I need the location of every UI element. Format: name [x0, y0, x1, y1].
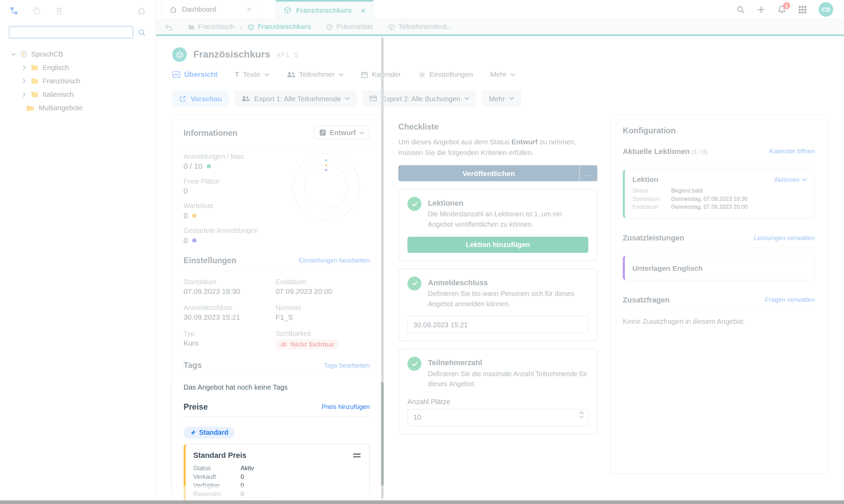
bottom-edge	[0, 500, 844, 504]
sidebar: SprachCB Englisch Französisch	[0, 0, 156, 504]
tree-view-icon[interactable]	[10, 7, 18, 15]
chevron-down-icon	[359, 131, 364, 134]
tags-bearbeiten-link[interactable]: Tags bearbeiten	[324, 361, 370, 369]
sidebar-search-input[interactable]	[9, 26, 133, 39]
field-startdatum: Startdatum 07.09.2023 18:30	[184, 278, 276, 295]
checklist-item-lektionen: Lektionen Die Mindestanzahl an Lektionen…	[398, 189, 598, 261]
lektion-row-enddatum: Enddatum Donnerstag, 07.09.2023 20:00	[632, 203, 807, 210]
notification-badge: 1	[783, 2, 790, 9]
breadcrumb-item-franzoesischkurs[interactable]: Französischkurs	[247, 23, 311, 31]
plus-icon[interactable]	[757, 5, 765, 14]
einstellungen-bearbeiten-link[interactable]: Einstellungen bearbeiten	[299, 256, 370, 264]
notifications-bell-icon[interactable]: 1	[777, 5, 786, 14]
chevron-right-icon[interactable]	[21, 92, 27, 97]
tab-teilnehmer[interactable]: Teilnehmer	[286, 71, 343, 79]
row-label: Verfügbar	[193, 482, 241, 488]
tab-uebersicht[interactable]: Übersicht	[172, 71, 218, 79]
home-icon[interactable]	[137, 7, 146, 15]
standard-price-badge[interactable]: Standard	[184, 427, 235, 439]
divider	[184, 416, 370, 417]
status-dropdown[interactable]: Entwurf	[314, 126, 370, 139]
tab-label: Mehr	[490, 71, 507, 79]
preis-hinzufuegen-link[interactable]: Preis hinzufügen	[322, 403, 370, 410]
chevron-down-icon	[509, 97, 514, 100]
copy-icon[interactable]	[32, 7, 41, 15]
publish-more-button[interactable]: ...	[579, 165, 597, 182]
tab-kalender[interactable]: Kalender	[360, 71, 401, 79]
vertical-scrollbar[interactable]	[381, 37, 384, 499]
anzahl-plaetze-input[interactable]	[407, 409, 588, 426]
row-value: Donnerstag, 07.09.2023 20:00	[671, 203, 748, 210]
close-icon[interactable]: ×	[361, 6, 366, 14]
chevron-right-icon[interactable]	[21, 65, 27, 70]
zusatzleistung-card[interactable]: Unterlagen Englisch	[623, 256, 815, 280]
vorschau-button[interactable]: Vorschau	[172, 90, 229, 106]
undo-icon[interactable]	[165, 23, 173, 30]
field-nummer: Nummer F1_S	[276, 304, 370, 321]
tree-item-label: Multiangebote	[39, 104, 83, 112]
cube-icon	[284, 7, 291, 14]
fragen-verwalten-link[interactable]: Fragen verwalten	[765, 296, 815, 304]
field-label: Nummer	[276, 304, 370, 311]
divider	[184, 270, 370, 271]
leistungen-verwalten-link[interactable]: Leistungen verwalten	[754, 234, 815, 241]
tree-item-franzoesisch[interactable]: Französisch	[0, 74, 155, 88]
export1-button[interactable]: Export 1: Alle Teilnehmende	[234, 90, 357, 106]
search-icon[interactable]	[736, 5, 745, 14]
row-value: Donnerstag, 07.09.2023 18:30	[671, 195, 748, 202]
content-columns: Informationen Entwurf	[156, 115, 844, 501]
number-stepper[interactable]	[579, 411, 584, 419]
checkliste-intro: Um dieses Angebot aus dem Status Entwurf…	[398, 137, 598, 158]
breadcrumb-item-teilnehmendenliste[interactable]: Teilnehmendenli...	[388, 23, 452, 31]
lektion-hinzufuegen-button[interactable]: Lektion hinzufügen	[407, 237, 588, 253]
kalender-oeffnen-link[interactable]: Kalender öffnen	[770, 147, 815, 155]
button-label: Vorschau	[191, 94, 222, 102]
chevron-right-icon[interactable]	[21, 79, 27, 83]
home-icon	[170, 6, 177, 13]
veroeffentlichen-button[interactable]: Veröffentlichen	[398, 165, 579, 182]
folder-icon	[31, 64, 39, 71]
stat-gestartete-anmeldungen: Gestartete Anmeldungen 0	[184, 227, 370, 245]
field-value: Kurs	[184, 339, 276, 347]
trash-icon[interactable]	[55, 7, 63, 15]
export2-button[interactable]: Export 2: Alle Buchungen	[362, 90, 476, 106]
item-title: Teilnehmerzahl	[428, 357, 588, 367]
legend-dot-green	[325, 159, 327, 161]
pencil-square-icon	[319, 129, 326, 136]
browser-tabbar: Dashboard × Französischkurs × 1	[156, 0, 844, 19]
avatar[interactable]: CB	[818, 2, 833, 17]
stat-value: 0 / 10	[184, 162, 203, 171]
tab-dashboard[interactable]: Dashboard ×	[162, 0, 260, 19]
search-icon[interactable]	[138, 28, 146, 36]
tree-item-multiangebote[interactable]: Multiangebote	[0, 101, 155, 115]
aktuelle-lektionen-section: Aktuelle Lektionen(1 / 0) Kalender öffne…	[623, 146, 815, 218]
chevron-down-icon[interactable]	[11, 52, 16, 55]
row-label: Status	[632, 187, 671, 194]
breadcrumb-label: Präsenzliste	[336, 23, 373, 31]
drag-handle-icon[interactable]	[352, 451, 362, 459]
anzahl-plaetze-label: Anzahl Plätze	[407, 398, 588, 405]
divider	[623, 247, 815, 248]
chevron-down-icon	[465, 97, 469, 100]
row-value: 0	[241, 491, 244, 497]
tab-einstellungen[interactable]: Einstellungen	[418, 71, 473, 79]
breadcrumb-item-praesenzliste[interactable]: Präsenzliste	[326, 23, 373, 31]
close-icon[interactable]: ×	[247, 6, 252, 13]
target-icon	[20, 50, 28, 58]
mehr-button[interactable]: Mehr	[482, 90, 521, 106]
lektion-card: Lektion Aktionen Status Beginnt bald	[623, 169, 815, 218]
anmeldeschluss-input[interactable]	[407, 316, 588, 333]
price-title: Standard Preis	[193, 451, 246, 460]
tree-item-englisch[interactable]: Englisch	[0, 61, 155, 74]
apps-grid-icon[interactable]	[798, 5, 807, 14]
tree-item-root[interactable]: SprachCB	[0, 47, 155, 61]
green-dot-icon	[207, 164, 211, 168]
tab-franzoesischkurs[interactable]: Französischkurs ×	[276, 0, 374, 19]
breadcrumb-label: Französisch	[198, 23, 234, 31]
tree-item-italienisch[interactable]: Italienisch	[0, 88, 155, 101]
aktionen-dropdown[interactable]: Aktionen	[774, 176, 807, 183]
tab-texte[interactable]: T Texte	[235, 71, 269, 79]
breadcrumb-item-franzoesisch[interactable]: Französisch	[188, 23, 234, 31]
tab-mehr[interactable]: Mehr	[490, 71, 515, 79]
gear-icon	[418, 71, 426, 78]
